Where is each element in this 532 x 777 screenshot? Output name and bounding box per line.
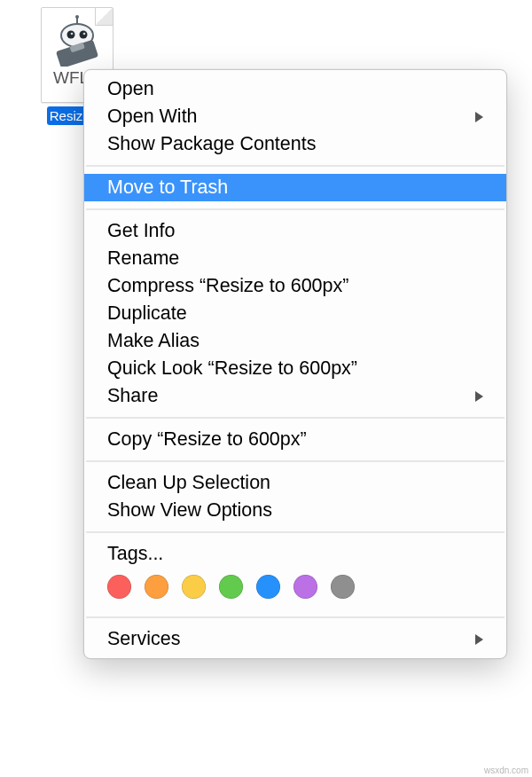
menu-item-services[interactable]: Services xyxy=(84,625,506,653)
tag-color-dot[interactable] xyxy=(145,575,168,599)
menu-separator xyxy=(86,417,505,419)
menu-separator xyxy=(86,460,505,462)
menu-item-quick-look-resize-to-600px[interactable]: Quick Look “Resize to 600px” xyxy=(84,355,506,382)
chevron-right-icon xyxy=(475,391,483,402)
context-menu: OpenOpen WithShow Package ContentsMove t… xyxy=(83,69,507,659)
menu-item-move-to-trash[interactable]: Move to Trash xyxy=(84,174,506,201)
tag-color-dot[interactable] xyxy=(107,575,131,599)
menu-item-open[interactable]: Open xyxy=(84,75,506,103)
menu-item-copy-resize-to-600px[interactable]: Copy “Resize to 600px” xyxy=(84,426,506,453)
svg-point-3 xyxy=(71,33,74,35)
menu-item-label: Services xyxy=(107,628,180,650)
menu-separator xyxy=(86,165,505,167)
svg-point-1 xyxy=(67,31,75,39)
tag-color-dot[interactable] xyxy=(331,575,355,599)
tag-color-dot[interactable] xyxy=(182,575,206,599)
svg-point-2 xyxy=(80,31,88,39)
menu-item-rename[interactable]: Rename xyxy=(84,245,506,272)
menu-item-show-view-options[interactable]: Show View Options xyxy=(84,497,506,524)
menu-item-label: Rename xyxy=(107,247,179,270)
tag-color-dot[interactable] xyxy=(219,575,243,599)
menu-item-open-with[interactable]: Open With xyxy=(84,103,506,130)
menu-item-label: Clean Up Selection xyxy=(107,472,270,494)
automator-robot-icon xyxy=(51,13,104,67)
svg-point-4 xyxy=(83,33,86,35)
tag-color-dot[interactable] xyxy=(293,575,317,599)
menu-item-label: Compress “Resize to 600px” xyxy=(107,275,348,297)
menu-item-label: Open xyxy=(107,78,154,100)
chevron-right-icon xyxy=(475,112,483,122)
tags-row xyxy=(84,568,506,609)
menu-item-label: Tags... xyxy=(107,543,163,565)
menu-item-duplicate[interactable]: Duplicate xyxy=(84,300,506,327)
menu-item-label: Show View Options xyxy=(107,499,272,522)
menu-item-compress-resize-to-600px[interactable]: Compress “Resize to 600px” xyxy=(84,272,506,300)
menu-item-show-package-contents[interactable]: Show Package Contents xyxy=(84,130,506,158)
menu-item-tags[interactable]: Tags... xyxy=(84,540,506,568)
menu-item-label: Move to Trash xyxy=(107,177,228,199)
menu-item-label: Show Package Contents xyxy=(107,133,316,155)
menu-item-make-alias[interactable]: Make Alias xyxy=(84,327,506,355)
menu-item-label: Copy “Resize to 600px” xyxy=(107,428,307,451)
menu-item-label: Open With xyxy=(107,106,198,128)
tag-color-dot[interactable] xyxy=(256,575,280,599)
menu-item-label: Duplicate xyxy=(107,302,187,325)
menu-item-label: Share xyxy=(107,385,158,407)
menu-separator xyxy=(86,616,505,618)
svg-point-6 xyxy=(75,15,79,19)
menu-item-clean-up-selection[interactable]: Clean Up Selection xyxy=(84,469,506,497)
menu-separator xyxy=(86,208,505,210)
menu-item-label: Make Alias xyxy=(107,330,200,352)
menu-item-label: Quick Look “Resize to 600px” xyxy=(107,357,357,380)
menu-item-label: Get Info xyxy=(107,220,176,242)
menu-separator xyxy=(86,531,505,533)
watermark: wsxdn.com xyxy=(484,765,528,775)
menu-item-share[interactable]: Share xyxy=(84,382,506,410)
menu-item-get-info[interactable]: Get Info xyxy=(84,217,506,245)
chevron-right-icon xyxy=(475,634,483,645)
